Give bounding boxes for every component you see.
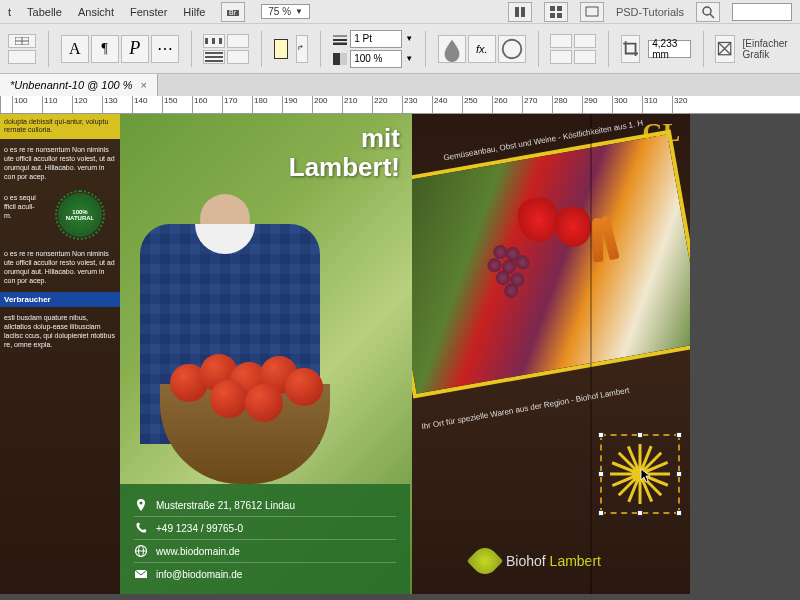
body-text-1: o es re re nonsentum Non niminis ute off… bbox=[0, 139, 120, 187]
yellow-callout: dolupta debissit qui-antur, voluptu rern… bbox=[0, 114, 120, 139]
align-group1-icon[interactable] bbox=[227, 34, 249, 48]
svg-rect-15 bbox=[212, 38, 215, 44]
align-group2-icon[interactable] bbox=[227, 50, 249, 64]
effect-drop-icon[interactable] bbox=[438, 35, 466, 63]
distribute-h-icon[interactable] bbox=[203, 34, 225, 48]
close-icon[interactable]: × bbox=[140, 79, 146, 91]
wrap-option1-icon[interactable] bbox=[550, 34, 572, 48]
menu-ansicht[interactable]: Ansicht bbox=[78, 6, 114, 18]
fx-icon[interactable]: fx. bbox=[468, 35, 496, 63]
xy-fields-icon[interactable] bbox=[8, 50, 36, 64]
crop-icon[interactable] bbox=[621, 35, 640, 63]
logo: Biohof Lambert bbox=[472, 548, 601, 574]
svg-rect-19 bbox=[205, 60, 223, 62]
opacity-input[interactable]: 100 % bbox=[350, 50, 402, 68]
svg-rect-16 bbox=[219, 38, 222, 44]
svg-point-29 bbox=[140, 502, 143, 505]
tab-title: *Unbenannt-10 @ 100 % bbox=[10, 79, 132, 91]
chevron-down-icon[interactable]: ▼ bbox=[405, 54, 413, 63]
char-tool-p-icon[interactable]: P bbox=[121, 35, 149, 63]
svg-rect-2 bbox=[515, 7, 519, 17]
tool-ellipsis-icon[interactable]: ⋯ bbox=[151, 35, 179, 63]
menu-bar: t Tabelle Ansicht Fenster Hilfe Br 75 %▼… bbox=[0, 0, 800, 24]
headline: mit Lambert! bbox=[289, 124, 400, 181]
bridge-icon[interactable]: Br bbox=[221, 2, 245, 22]
left-panel: dolupta debissit qui-antur, voluptu rern… bbox=[0, 114, 120, 594]
contact-phone-row: +49 1234 / 99765-0 bbox=[134, 517, 396, 540]
pin-icon bbox=[134, 498, 148, 512]
wrap-option2-icon[interactable] bbox=[550, 50, 572, 64]
measure-input[interactable]: 4,233 mm bbox=[648, 40, 690, 58]
contact-email-row: info@biodomain.de bbox=[134, 563, 396, 585]
contact-address-row: Musterstraße 21, 87612 Lindau bbox=[134, 494, 396, 517]
menu-hilfe[interactable]: Hilfe bbox=[183, 6, 205, 18]
svg-rect-14 bbox=[205, 38, 208, 44]
arrange-icon[interactable] bbox=[544, 2, 568, 22]
svg-line-10 bbox=[710, 14, 714, 18]
distribute-v-icon[interactable] bbox=[203, 50, 225, 64]
svg-rect-18 bbox=[205, 56, 223, 58]
graphic-frame-label: [Einfacher Grafik bbox=[743, 38, 792, 60]
natural-badge-icon: 100% NATURAL bbox=[58, 193, 102, 237]
fill-color-swatch[interactable] bbox=[274, 39, 288, 59]
zoom-level-dropdown[interactable]: 75 %▼ bbox=[261, 4, 310, 19]
stroke-weight-icon bbox=[333, 33, 347, 45]
control-toolbar: A ¶ P ⋯ 1 Pt ▼ 100 % ▼ fx. bbox=[0, 24, 800, 74]
body-text-3: o es re re nonsentum Non niminis ute off… bbox=[0, 243, 120, 291]
document-tabs: *Unbenannt-10 @ 100 % × bbox=[0, 74, 800, 96]
char-tool-a-icon[interactable]: A bbox=[61, 35, 89, 63]
body-text-2: o es sequi fficil acull- m. bbox=[0, 187, 40, 243]
anchor-grid-icon[interactable] bbox=[8, 34, 36, 48]
menu-tabelle[interactable]: Tabelle bbox=[27, 6, 62, 18]
mail-icon bbox=[134, 567, 148, 581]
diagonal-tagline-bottom: Ihr Ort für spezielle Waren aus der Regi… bbox=[421, 386, 630, 431]
opacity-icon bbox=[333, 53, 347, 65]
search-input[interactable] bbox=[732, 3, 792, 21]
brand-label: PSD-Tutorials bbox=[616, 6, 684, 18]
globe-icon bbox=[134, 544, 148, 558]
svg-rect-3 bbox=[521, 7, 525, 17]
body-text-4: esti busdam quature nibus, alictatios do… bbox=[0, 307, 120, 355]
tab-active[interactable]: *Unbenannt-10 @ 100 % × bbox=[0, 74, 158, 96]
effect-misc-icon[interactable] bbox=[498, 35, 526, 63]
frame-options-icon[interactable] bbox=[715, 35, 734, 63]
chevron-down-icon[interactable]: ▼ bbox=[405, 34, 413, 43]
canvas-area[interactable]: dolupta debissit qui-antur, voluptu rern… bbox=[0, 114, 800, 600]
contact-web-row: www.biodomain.de bbox=[134, 540, 396, 563]
svg-point-25 bbox=[502, 39, 521, 58]
svg-rect-6 bbox=[550, 13, 555, 18]
svg-point-9 bbox=[703, 7, 711, 15]
leaf-icon bbox=[467, 543, 504, 580]
svg-rect-5 bbox=[557, 6, 562, 11]
blue-heading: Verbraucher bbox=[0, 292, 120, 307]
search-icon[interactable] bbox=[696, 2, 720, 22]
wrap-option4-icon[interactable] bbox=[574, 50, 596, 64]
cursor-icon bbox=[640, 468, 652, 484]
svg-rect-8 bbox=[586, 7, 598, 16]
contact-box: Musterstraße 21, 87612 Lindau +49 1234 /… bbox=[120, 484, 410, 594]
document-spread: dolupta debissit qui-antur, voluptu rern… bbox=[0, 114, 700, 594]
swap-colors-icon[interactable] bbox=[296, 35, 309, 63]
svg-rect-24 bbox=[340, 53, 347, 65]
svg-rect-7 bbox=[557, 13, 562, 18]
svg-rect-23 bbox=[333, 53, 340, 65]
wrap-option3-icon[interactable] bbox=[574, 34, 596, 48]
right-page: GL Gemüseanbau, Obst und Weine - Köstlic… bbox=[412, 114, 690, 594]
page-edge bbox=[590, 114, 592, 594]
menu-t[interactable]: t bbox=[8, 6, 11, 18]
vegetable-photo bbox=[412, 130, 690, 399]
phone-icon bbox=[134, 521, 148, 535]
stroke-weight-input[interactable]: 1 Pt bbox=[350, 30, 402, 48]
screen-mode-icon[interactable] bbox=[580, 2, 604, 22]
para-tool-icon[interactable]: ¶ bbox=[91, 35, 119, 63]
svg-rect-4 bbox=[550, 6, 555, 11]
selected-sun-object[interactable] bbox=[600, 434, 680, 514]
svg-rect-17 bbox=[205, 52, 223, 54]
horizontal-ruler[interactable]: 100 110 120 130 140 150 160 170 180 190 … bbox=[0, 96, 800, 114]
view-mode-icon[interactable] bbox=[508, 2, 532, 22]
svg-text:Br: Br bbox=[229, 9, 237, 16]
menu-fenster[interactable]: Fenster bbox=[130, 6, 167, 18]
